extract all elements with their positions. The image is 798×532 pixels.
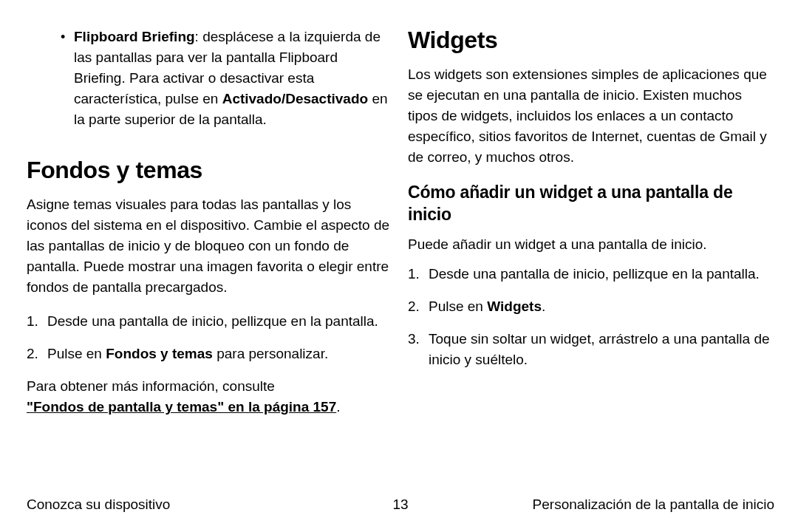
- step-suffix: .: [542, 299, 545, 314]
- bullet-lead-bold: Flipboard Briefing: [74, 29, 195, 44]
- more-info-lead: Para obtener más información, consulte: [27, 378, 275, 394]
- add-widget-intro: Puede añadir un widget a una pantalla de…: [408, 234, 771, 255]
- step-body: Toque sin soltar un widget, arrástrelo a…: [429, 329, 771, 370]
- fondos-steps: 1. Desde una pantalla de inicio, pellizq…: [27, 311, 390, 364]
- subheading-add-widget: Cómo añadir un widget a una pantalla de …: [408, 181, 771, 225]
- step-number: 2.: [408, 296, 429, 317]
- two-column-layout: • Flipboard Briefing: desplácese a la iz…: [27, 27, 774, 431]
- step-body: Pulse en Fondos y temas para personaliza…: [47, 344, 390, 364]
- step-number: 1.: [408, 264, 429, 284]
- step-body: Desde una pantalla de inicio, pellizque …: [429, 264, 771, 284]
- step-suffix: para personalizar.: [213, 346, 328, 361]
- bullet-text: Flipboard Briefing: desplácese a la izqu…: [74, 27, 390, 130]
- footer-right: Personalización de la pantalla de inicio: [533, 497, 774, 513]
- step-body: Desde una pantalla de inicio, pellizque …: [47, 311, 390, 332]
- bullet-inner-bold: Activado/Desactivado: [222, 91, 368, 106]
- page-footer: Conozca su dispositivo 13 Personalizació…: [27, 497, 774, 513]
- step-item: 2. Pulse en Widgets.: [408, 296, 771, 317]
- step-item: 1. Desde una pantalla de inicio, pellizq…: [27, 311, 390, 332]
- widgets-intro: Los widgets son extensiones simples de a…: [408, 64, 771, 168]
- left-column: • Flipboard Briefing: desplácese a la iz…: [27, 27, 390, 431]
- step-prefix: Pulse en: [47, 346, 106, 361]
- step-number: 2.: [27, 344, 47, 364]
- step-body: Pulse en Widgets.: [429, 296, 771, 317]
- flipboard-bullet: • Flipboard Briefing: desplácese a la iz…: [61, 27, 390, 130]
- step-number: 3.: [408, 329, 429, 370]
- heading-widgets: Widgets: [408, 27, 771, 54]
- heading-fondos-y-temas: Fondos y temas: [27, 157, 390, 184]
- step-item: 3. Toque sin soltar un widget, arrástrel…: [408, 329, 771, 370]
- right-column: Widgets Los widgets son extensiones simp…: [408, 27, 771, 431]
- step-bold: Widgets: [487, 299, 542, 314]
- manual-page: • Flipboard Briefing: desplácese a la iz…: [0, 0, 798, 532]
- fondos-intro: Asigne temas visuales para todas las pan…: [27, 194, 390, 298]
- step-number: 1.: [27, 311, 47, 332]
- footer-page-number: 13: [392, 497, 408, 513]
- step-prefix: Pulse en: [429, 299, 487, 314]
- step-item: 1. Desde una pantalla de inicio, pellizq…: [408, 264, 771, 284]
- more-info-tail: .: [336, 399, 340, 415]
- more-info: Para obtener más información, consulte "…: [27, 376, 390, 417]
- widget-steps: 1. Desde una pantalla de inicio, pellizq…: [408, 264, 771, 370]
- step-bold: Fondos y temas: [106, 346, 213, 361]
- bullet-icon: •: [61, 27, 74, 130]
- step-item: 2. Pulse en Fondos y temas para personal…: [27, 344, 390, 364]
- footer-left: Conozca su dispositivo: [27, 497, 170, 513]
- more-info-link[interactable]: "Fondos de pantalla y temas" en la págin…: [27, 399, 336, 415]
